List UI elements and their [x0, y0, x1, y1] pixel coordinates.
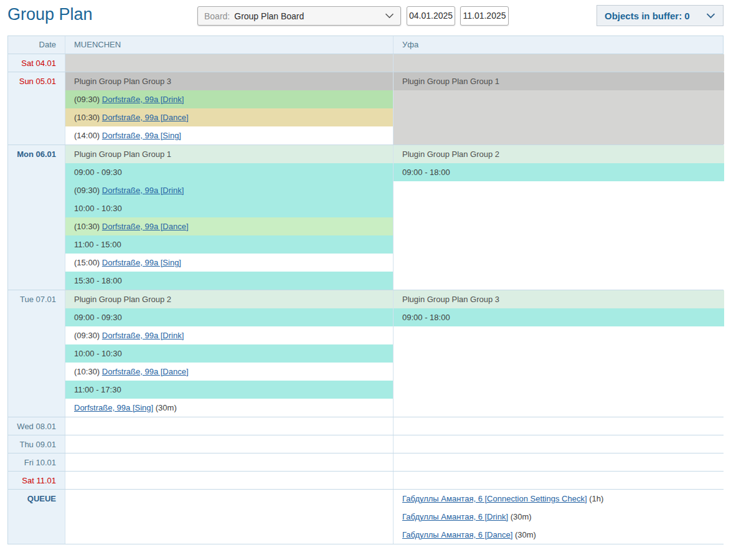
group-header: Plugin Group Plan Group 3 [65, 72, 393, 90]
busy-interval: 09:00 - 18:00 [394, 163, 724, 181]
page-title: Group Plan [7, 5, 93, 24]
busy-interval: 09:00 - 09:30 [65, 163, 393, 181]
unavailable-fill [394, 90, 724, 145]
appointment: (09:30) Dorfstraße, 99a [Drink] [65, 181, 393, 199]
plan-cell-ufa [393, 54, 724, 72]
plan-cell-mue [65, 54, 393, 72]
appointment-link[interactable]: Dorfstraße, 99a [Dance] [102, 113, 189, 122]
date-from-input[interactable]: 04.01.2025 [407, 6, 455, 26]
appointment-link[interactable]: Габдуллы Амантая, 6 [Dance] [402, 530, 512, 539]
appointment: (10:30) Dorfstraße, 99a [Dance] [65, 217, 393, 235]
day-row: Fri 10.01 [8, 453, 723, 471]
toolbar: Group Plan Board: Group Plan Board 04.01… [0, 0, 731, 32]
chevron-down-icon [385, 13, 394, 19]
objects-in-buffer-count: 0 [684, 11, 689, 21]
appointment: (14:00) Dorfstraße, 99a [Sing] [65, 126, 393, 145]
busy-interval: 09:00 - 09:30 [65, 308, 393, 326]
date-cell: Tue 07.01 [8, 290, 65, 417]
plan-cell-ufa [393, 435, 724, 453]
day-row: Sun 05.01Plugin Group Plan Group 3(09:30… [8, 72, 723, 145]
date-cell: Wed 08.01 [8, 417, 65, 435]
day-row: Tue 07.01Plugin Group Plan Group 209:00 … [8, 290, 723, 417]
plan-cell-mue [65, 453, 393, 471]
day-row: Wed 08.01 [8, 417, 723, 435]
plan-cell-mue [65, 490, 393, 544]
busy-interval: 10:00 - 10:30 [65, 199, 393, 217]
busy-interval: 11:00 - 17:30 [65, 381, 393, 399]
appointment-link[interactable]: Dorfstraße, 99a [Drink] [102, 331, 184, 340]
unavailable-fill [65, 54, 393, 72]
board-select-label: Board: [204, 11, 230, 21]
plan-cell-ufa: Plugin Group Plan Group 1 [393, 72, 724, 145]
appointment: (15:00) Dorfstraße, 99a [Sing] [65, 254, 393, 272]
appointment-link[interactable]: Dorfstraße, 99a [Sing] [74, 403, 153, 412]
appointment: Dorfstraße, 99a [Sing] (30m) [65, 399, 393, 417]
day-row: Sat 11.01 [8, 471, 723, 489]
objects-in-buffer-toggle[interactable]: Objects in buffer: 0 [597, 5, 724, 26]
appointment: (09:30) Dorfstraße, 99a [Drink] [65, 90, 393, 108]
chevron-down-icon [706, 13, 715, 19]
plan-cell-mue [65, 435, 393, 453]
plan-cell-ufa: Габдуллы Амантая, 6 [Connection Settings… [393, 490, 724, 544]
appointment-link[interactable]: Dorfstraße, 99a [Dance] [102, 222, 189, 231]
date-cell: Sat 11.01 [8, 472, 65, 489]
appointment-link[interactable]: Габдуллы Амантая, 6 [Connection Settings… [402, 494, 587, 503]
date-cell: QUEUE [8, 490, 65, 544]
unavailable-fill [394, 54, 724, 72]
board-select[interactable]: Board: Group Plan Board [197, 6, 401, 26]
table-header-row: Date MUENCHEN Уфа [8, 36, 723, 54]
busy-interval: 11:00 - 15:00 [65, 235, 393, 254]
appointment: Габдуллы Амантая, 6 [Dance] (30m) [394, 526, 724, 544]
objects-in-buffer-label: Objects in buffer: 0 [605, 11, 690, 21]
busy-interval: 09:00 - 18:00 [394, 308, 724, 326]
plan-cell-ufa: Plugin Group Plan Group 309:00 - 18:00 [393, 290, 724, 417]
date-cell: Mon 06.01 [8, 145, 65, 290]
column-header-ufa: Уфа [393, 36, 724, 54]
appointment-link[interactable]: Dorfstraße, 99a [Drink] [102, 95, 184, 104]
day-row: QUEUEГабдуллы Амантая, 6 [Connection Set… [8, 489, 723, 544]
group-header: Plugin Group Plan Group 2 [394, 145, 724, 163]
plan-cell-mue [65, 417, 393, 435]
plan-cell-mue: Plugin Group Plan Group 209:00 - 09:30(0… [65, 290, 393, 417]
appointment: (10:30) Dorfstraße, 99a [Dance] [65, 108, 393, 126]
board-select-value: Group Plan Board [234, 11, 304, 21]
appointment-link[interactable]: Габдуллы Амантая, 6 [Drink] [402, 512, 508, 521]
appointment-link[interactable]: Dorfstraße, 99a [Sing] [102, 258, 181, 267]
plan-cell-ufa [393, 472, 724, 489]
appointment-link[interactable]: Dorfstraße, 99a [Drink] [102, 186, 184, 195]
appointment: Габдуллы Амантая, 6 [Connection Settings… [394, 490, 724, 508]
group-header: Plugin Group Plan Group 2 [65, 290, 393, 308]
group-header: Plugin Group Plan Group 1 [394, 72, 724, 90]
group-header: Plugin Group Plan Group 3 [394, 290, 724, 308]
plan-cell-mue [65, 472, 393, 489]
plan-cell-ufa [393, 417, 724, 435]
date-cell: Sun 05.01 [8, 72, 65, 145]
day-rows: Sat 04.01Sun 05.01Plugin Group Plan Grou… [8, 54, 723, 544]
date-cell: Sat 04.01 [8, 54, 65, 72]
day-row: Sat 04.01 [8, 54, 723, 72]
day-row: Thu 09.01 [8, 435, 723, 453]
plan-cell-mue: Plugin Group Plan Group 3(09:30) Dorfstr… [65, 72, 393, 145]
appointment: (10:30) Dorfstraße, 99a [Dance] [65, 363, 393, 381]
date-to-input[interactable]: 11.01.2025 [460, 6, 509, 26]
appointment: Габдуллы Амантая, 6 [Drink] (30m) [394, 508, 724, 526]
column-header-date: Date [8, 36, 65, 54]
appointment: (09:30) Dorfstraße, 99a [Drink] [65, 326, 393, 344]
date-cell: Fri 10.01 [8, 453, 65, 471]
plan-cell-ufa: Plugin Group Plan Group 209:00 - 18:00 [393, 145, 724, 290]
plan-cell-ufa [393, 453, 724, 471]
appointment-link[interactable]: Dorfstraße, 99a [Sing] [102, 131, 181, 140]
group-header: Plugin Group Plan Group 1 [65, 145, 393, 163]
appointment-link[interactable]: Dorfstraße, 99a [Dance] [102, 367, 189, 376]
column-header-muenchen: MUENCHEN [65, 36, 393, 54]
day-row: Mon 06.01Plugin Group Plan Group 109:00 … [8, 145, 723, 290]
date-cell: Thu 09.01 [8, 435, 65, 453]
plan-cell-mue: Plugin Group Plan Group 109:00 - 09:30(0… [65, 145, 393, 290]
busy-interval: 10:00 - 10:30 [65, 344, 393, 363]
group-plan-table: Date MUENCHEN Уфа Sat 04.01Sun 05.01Plug… [7, 36, 724, 544]
busy-interval: 15:30 - 18:00 [65, 272, 393, 290]
